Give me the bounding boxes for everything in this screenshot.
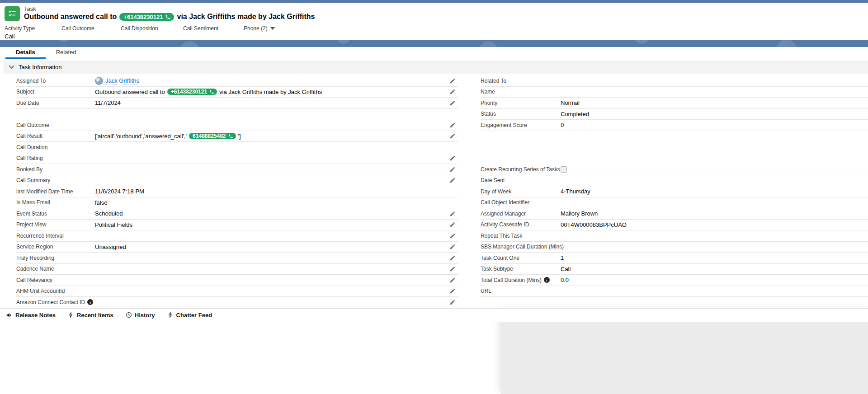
title-prefix: Outbound answered call to	[24, 13, 117, 21]
page-title: Outbound answered call to +61438230121 v…	[24, 13, 315, 21]
highlight-call-disposition: Call Disposition	[121, 25, 183, 40]
field-name: Name	[481, 87, 868, 98]
field-date-sent: Date Sent	[481, 175, 868, 187]
edit-icon[interactable]	[448, 254, 457, 262]
field-value: 0.0	[561, 277, 868, 283]
field-repeat-this-task: Repeat This Task	[481, 230, 868, 242]
utility-chatter-feed[interactable]: Chatter Feed	[167, 312, 212, 319]
field-project-view: Project ViewPolitical Fields	[16, 220, 458, 231]
field-label: Activity Casesafe ID	[481, 221, 561, 228]
phone-pill[interactable]: +61438230121	[167, 89, 217, 95]
field-value: 11/6/2024 7:18 PM	[95, 188, 458, 195]
user-link[interactable]: Jack Griffiths	[105, 77, 139, 84]
tab-related[interactable]: Related	[46, 47, 87, 59]
field-value: Completed	[561, 111, 868, 117]
section-title: Task Information	[19, 64, 61, 70]
value-text: Outbound answered call to	[95, 89, 165, 95]
field-engagement-score: Engagement Score0	[481, 120, 868, 131]
field-label: Call Outcome	[16, 122, 95, 128]
phone-number: 61488825482	[193, 133, 226, 139]
field-label: Date Sent	[481, 177, 561, 183]
edit-icon[interactable]	[448, 232, 457, 240]
edit-icon[interactable]	[448, 99, 457, 107]
field-assigned-manager: Assigned ManagerMallory Brown	[481, 208, 868, 220]
field-amazon-connect-contact-id: Amazon Connect Contact ID	[16, 297, 458, 308]
field-status: StatusCompleted	[481, 109, 868, 120]
field-label: Status	[481, 111, 561, 117]
edit-icon[interactable]	[448, 132, 457, 140]
chevron-down-icon[interactable]	[270, 27, 275, 30]
field-label: last Modified Date Time	[16, 188, 95, 195]
field-url: URL	[481, 286, 868, 297]
edit-icon[interactable]	[448, 287, 457, 295]
field-task-count-one: Task Count One1	[481, 253, 868, 264]
field-label: Call Relevancy	[16, 277, 95, 283]
edit-icon[interactable]	[448, 121, 457, 129]
decorative-banner	[0, 40, 868, 47]
section-header-task-information[interactable]: Task Information	[4, 61, 868, 74]
field-value: Outbound answered call to +61438230121 v…	[95, 89, 448, 95]
edit-icon[interactable]	[448, 176, 457, 184]
edit-icon[interactable]	[448, 77, 457, 85]
utility-bar: Release Notes Recent Items History Chatt…	[0, 308, 868, 322]
field-is-mass-email: Is Mass Emailfalse	[16, 197, 458, 209]
field-subject: SubjectOutbound answered call to +614382…	[16, 87, 458, 98]
edit-icon[interactable]	[448, 210, 457, 218]
info-icon[interactable]	[87, 299, 93, 305]
field-label: Related To	[481, 78, 561, 84]
field-label: Is Mass Email	[16, 199, 95, 206]
field-call-object-identifier: Call Object Identifier	[481, 197, 868, 209]
utility-recent-items[interactable]: Recent Items	[68, 312, 113, 319]
title-suffix: via Jack Griffiths made by Jack Griffith…	[177, 13, 315, 21]
field-label: Create Recurring Series of Tasks	[481, 166, 561, 173]
tab-bar: Details Related	[0, 47, 868, 59]
edit-icon[interactable]	[448, 88, 457, 96]
field-booked-by: Booked By	[16, 164, 458, 175]
field-value: Unassigned	[95, 244, 448, 250]
highlight-call-outcome: Call Outcome	[61, 25, 121, 40]
utility-release-notes[interactable]: Release Notes	[6, 312, 56, 319]
checkbox[interactable]	[561, 166, 567, 173]
field-call-relevancy: Call Relevancy	[16, 275, 458, 286]
record-type-label: Task	[24, 6, 315, 12]
field-value: 11/7/2024	[95, 99, 448, 106]
field-label: Project View	[16, 221, 95, 228]
field-ahm-unit-accountid: AHM Unit AccountId	[16, 286, 458, 297]
bolt-icon	[167, 312, 174, 318]
edit-icon[interactable]	[448, 243, 457, 251]
field-value: Scheduled	[95, 210, 448, 217]
edit-icon[interactable]	[448, 265, 457, 273]
field-value: 1	[561, 254, 868, 261]
task-object-icon	[5, 6, 20, 21]
field-value: ['aircall','outbound','answered_call','6…	[95, 133, 448, 140]
edit-icon[interactable]	[448, 276, 457, 284]
field-value: 4-Thursday	[561, 188, 868, 195]
field-label: Total Call Duration (Mins)	[481, 277, 561, 283]
field-label: Subject	[16, 89, 95, 95]
docked-panel	[501, 311, 868, 394]
tab-details[interactable]: Details	[5, 47, 46, 59]
field-truly-recording: Truly Recording	[16, 253, 458, 264]
field-label: Call Object Identifier	[481, 199, 561, 206]
edit-icon[interactable]	[448, 165, 457, 174]
field-label: Event Status	[16, 211, 95, 217]
field-label: Amazon Connect Contact ID	[16, 299, 95, 305]
field-call-rating: Call Rating	[16, 153, 458, 164]
field-label: Service Region	[16, 244, 95, 250]
empty-field-slot	[16, 109, 458, 120]
edit-icon[interactable]	[448, 298, 457, 306]
clock-icon	[126, 312, 132, 318]
section-collapse-chevron-icon[interactable]	[9, 65, 14, 69]
phone-pill[interactable]: 61488825482	[189, 133, 236, 139]
field-priority: PriorityNormal	[481, 98, 868, 109]
utility-history[interactable]: History	[126, 312, 155, 319]
field-label: SBS Manager Call Duration (Mins)	[481, 244, 561, 250]
edit-icon[interactable]	[448, 154, 457, 162]
megaphone-icon	[6, 312, 13, 319]
field-value: 00T4W000083BPPcUAO	[561, 221, 868, 228]
info-icon[interactable]	[544, 277, 550, 283]
field-label: Booked By	[16, 166, 95, 173]
field-label: Engagement Score	[481, 122, 561, 128]
edit-icon[interactable]	[448, 220, 457, 229]
phone-pill[interactable]: +61438230121	[119, 13, 174, 21]
